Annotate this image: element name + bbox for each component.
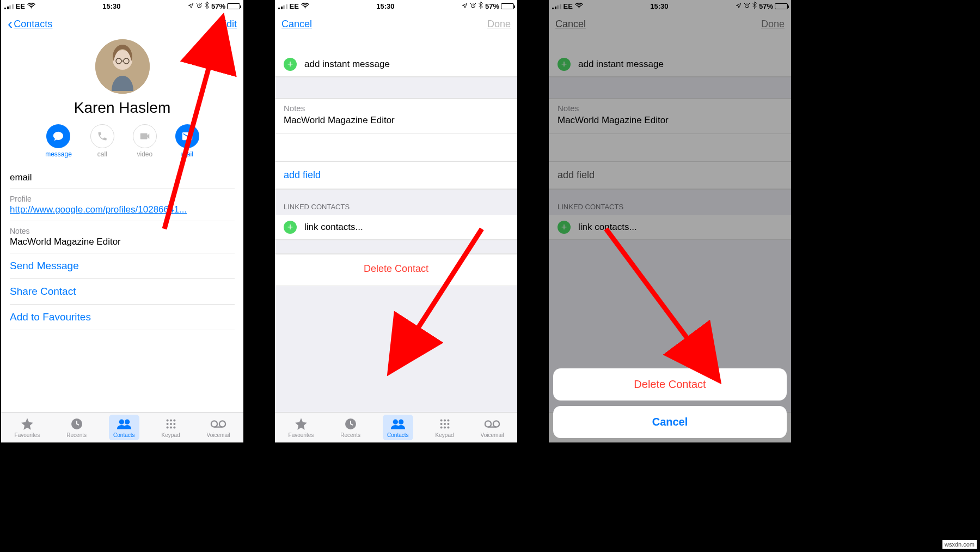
call-label: call (97, 150, 107, 158)
battery-pct: 57% (211, 2, 225, 10)
notes-field[interactable]: Notes MacWorld Magazine Editor (275, 99, 517, 134)
svg-point-32 (440, 426, 442, 428)
signal-icon (4, 3, 14, 9)
share-contact-row[interactable]: Share Contact (10, 279, 235, 305)
notes-value: MacWorld Magazine Editor (10, 236, 235, 247)
notes-label: Notes (284, 104, 509, 113)
phone-screen-edit-contact: EE 15:30 57% Cancel Done + add instant m… (275, 0, 517, 442)
svg-point-8 (125, 420, 130, 424)
add-to-favourites-row[interactable]: Add to Favourites (10, 305, 235, 330)
cancel-label: Cancel (281, 19, 312, 30)
field-profile[interactable]: Profile http://www.google.com/profiles/1… (10, 189, 235, 221)
email-label: email (10, 172, 235, 183)
send-message-row[interactable]: Send Message (10, 253, 235, 279)
tab-contacts[interactable]: Contacts (383, 415, 413, 440)
content-scroll[interactable]: + add instant message Notes MacWorld Mag… (275, 36, 517, 412)
svg-point-16 (170, 426, 172, 428)
mail-action[interactable]: mail (175, 124, 199, 158)
tab-bar: Favourites Recents Contacts Keypad Voice… (275, 412, 517, 442)
carrier-label: EE (16, 2, 25, 10)
add-instant-message-row[interactable]: + add instant message (275, 52, 517, 77)
tab-con-label: Contacts (113, 432, 134, 438)
content-scroll[interactable]: email Profile http://www.google.com/prof… (1, 166, 243, 412)
cancel-button[interactable]: Cancel (281, 19, 312, 30)
clock-icon (344, 417, 357, 431)
add-field-row[interactable]: add field (275, 161, 517, 189)
location-icon (188, 2, 194, 10)
tab-keypad[interactable]: Keypad (431, 415, 458, 440)
location-icon (462, 2, 468, 10)
profile-label: Profile (10, 195, 235, 203)
edit-label: Edit (220, 19, 237, 30)
back-label: Contacts (14, 19, 52, 30)
tab-favourites[interactable]: Favourites (284, 415, 318, 440)
field-notes: Notes MacWorld Magazine Editor (10, 221, 235, 253)
plus-icon: + (284, 221, 297, 234)
wifi-icon (27, 2, 35, 10)
link-contacts-label: link contacts... (304, 222, 363, 233)
add-im-label: add instant message (304, 59, 390, 70)
delete-contact-confirm[interactable]: Delete Contact (553, 368, 787, 401)
back-button[interactable]: ‹ Contacts (8, 16, 52, 32)
svg-point-25 (399, 420, 403, 424)
svg-point-29 (440, 423, 442, 425)
edit-button[interactable]: Edit (220, 19, 237, 30)
battery-pct: 57% (485, 2, 499, 10)
contacts-icon (116, 417, 132, 431)
tab-keypad[interactable]: Keypad (157, 415, 185, 440)
avatar[interactable] (95, 39, 150, 94)
alarm-icon (196, 2, 203, 10)
tab-recents[interactable]: Recents (336, 415, 365, 440)
chevron-left-icon: ‹ (8, 16, 13, 32)
notes-value: MacWorld Magazine Editor (284, 115, 509, 126)
video-action[interactable]: video (133, 124, 157, 158)
svg-point-12 (166, 423, 168, 425)
add-field-label: add field (284, 169, 321, 180)
svg-point-11 (173, 420, 175, 422)
svg-point-18 (211, 421, 217, 427)
svg-point-34 (447, 426, 449, 428)
battery-icon (227, 3, 240, 9)
phone-icon (90, 124, 114, 148)
tab-voicemail[interactable]: Voicemail (203, 415, 235, 440)
link-contacts-row[interactable]: + link contacts... (275, 215, 517, 240)
tab-bar: Favourites Recents Contacts Keypad Voice… (1, 412, 243, 442)
tab-favourites[interactable]: Favourites (10, 415, 45, 440)
phone-screen-delete-confirm: EE 15:30 57% Cancel Done + add instant m… (549, 0, 791, 442)
star-icon (20, 417, 34, 431)
svg-point-17 (173, 426, 175, 428)
svg-point-27 (444, 420, 446, 422)
call-action[interactable]: call (90, 124, 114, 158)
star-icon (294, 417, 308, 431)
done-button: Done (487, 19, 511, 30)
contacts-icon (390, 417, 406, 431)
tab-vm-label: Voicemail (207, 432, 230, 438)
status-bar: EE 15:30 57% (275, 0, 517, 12)
done-label: Done (487, 19, 511, 30)
phone-screen-contact-details: EE 15:30 57% (1, 0, 243, 442)
tab-voicemail[interactable]: Voicemail (476, 415, 509, 440)
signal-icon (278, 3, 287, 9)
tab-contacts[interactable]: Contacts (109, 415, 139, 440)
field-email[interactable]: email (10, 166, 235, 189)
message-action[interactable]: message (45, 124, 72, 158)
delete-contact-row[interactable]: Delete Contact (275, 254, 517, 286)
contact-name: Karen Haslem (1, 99, 243, 117)
notes-label: Notes (10, 227, 235, 235)
svg-point-33 (444, 426, 446, 428)
alarm-icon (470, 2, 476, 10)
tab-recents[interactable]: Recents (62, 415, 91, 440)
mail-label: mail (181, 150, 193, 158)
tab-key-label: Keypad (162, 432, 180, 438)
keypad-icon (165, 417, 177, 431)
bluetooth-icon (479, 2, 483, 10)
tab-fav-label: Favourites (15, 432, 40, 438)
action-sheet-cancel[interactable]: Cancel (553, 406, 787, 438)
nav-bar: Cancel Done (275, 12, 517, 36)
profile-url[interactable]: http://www.google.com/profiles/10286641.… (10, 204, 187, 215)
tab-rec-label: Recents (66, 432, 87, 438)
voicemail-icon (210, 417, 226, 431)
svg-point-14 (173, 423, 175, 425)
linked-contacts-header: LINKED CONTACTS (275, 189, 517, 215)
plus-icon: + (284, 58, 297, 71)
